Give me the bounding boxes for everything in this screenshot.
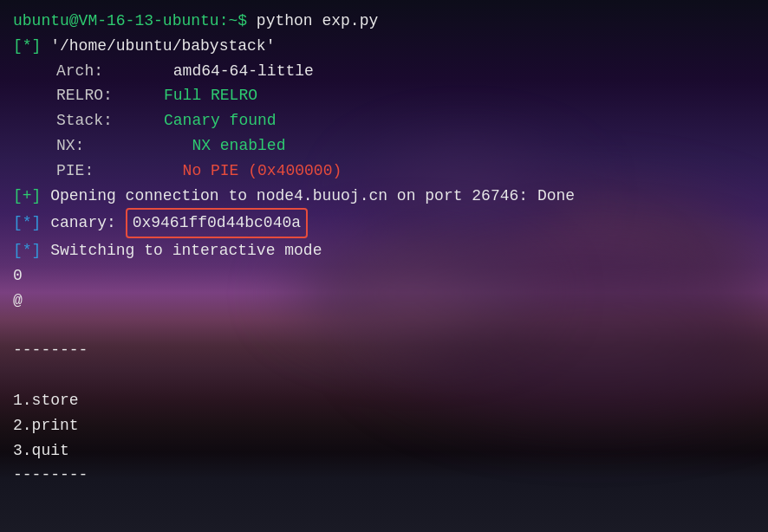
interactive-text: Switching to interactive mode (41, 238, 322, 263)
relro-value: Full RELRO (117, 83, 257, 108)
line-relro: RELRO: Full RELRO (13, 83, 755, 108)
canary-value: 0x9461ff0d44bc040a (126, 208, 308, 238)
arch-label: Arch: (56, 59, 117, 84)
line-quit: 3.quit (13, 438, 755, 464)
line-opening: [+] Opening connection to node4.buuoj.cn… (13, 184, 755, 209)
print-text: 2.print (13, 413, 79, 438)
nx-value: NX enabled (117, 133, 285, 159)
indent-nx (13, 133, 56, 159)
line-dashes2: -------- (13, 463, 755, 488)
indent-relro (13, 83, 56, 108)
line-interactive: [*] Switching to interactive mode (13, 238, 755, 263)
prefix-star-canary: [*] (13, 211, 41, 236)
prompt: ubuntu@VM-16-13-ubuntu:~$ (13, 9, 247, 34)
line-pie: PIE: No PIE (0x400000) (13, 159, 755, 184)
line-nx: NX: NX enabled (13, 133, 755, 159)
canary-label: canary (41, 211, 107, 236)
stack-value: Canary found (117, 108, 277, 133)
store-text: 1.store (13, 388, 79, 413)
dashes1-text: -------- (13, 338, 88, 363)
line-zero: 0 (13, 263, 755, 289)
opening-text: Opening connection to node4.buuoj.cn on … (41, 184, 575, 209)
line-arch: Arch: amd64-64-little (13, 59, 755, 84)
line-print: 2.print (13, 413, 755, 438)
prefix-star-binary: [*] (13, 34, 41, 59)
zero-text: 0 (13, 263, 23, 289)
line-binary: [*] '/home/ubuntu/babystack' (13, 34, 755, 59)
binary-path: '/home/ubuntu/babystack' (41, 34, 275, 59)
stack-label: Stack: (56, 108, 117, 133)
nx-label: NX: (56, 133, 117, 159)
pie-label: PIE: (56, 159, 117, 184)
line-at: @ (13, 289, 755, 314)
arch-value: amd64-64-little (117, 59, 314, 84)
command-text: python exp.py (247, 9, 378, 34)
relro-label: RELRO: (56, 83, 117, 108)
line-store: 1.store (13, 388, 755, 413)
line-empty1 (13, 314, 755, 339)
dashes2-text: -------- (13, 463, 88, 488)
pie-value: No PIE (0x400000) (117, 159, 342, 184)
line-empty2 (13, 363, 755, 388)
indent-stack (13, 108, 56, 133)
prefix-plus: [+] (13, 184, 41, 209)
quit-text: 3.quit (13, 438, 69, 464)
line-dashes1: -------- (13, 338, 755, 363)
indent-arch (13, 59, 56, 84)
prefix-star-interactive: [*] (13, 238, 41, 263)
terminal: ubuntu@VM-16-13-ubuntu:~$ python exp.py … (0, 0, 768, 532)
indent-pie (13, 159, 56, 184)
prompt-line: ubuntu@VM-16-13-ubuntu:~$ python exp.py (13, 9, 755, 34)
canary-colon: : (107, 211, 126, 236)
at-text: @ (13, 289, 23, 314)
line-canary: [*] canary : 0x9461ff0d44bc040a (13, 208, 755, 238)
line-stack: Stack: Canary found (13, 108, 755, 133)
